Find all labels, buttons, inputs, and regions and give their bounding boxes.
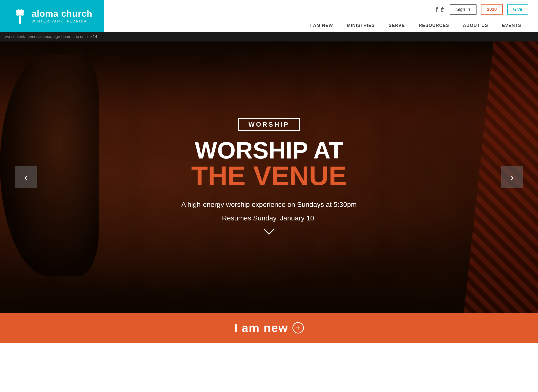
error-on-line: on line bbox=[80, 35, 93, 39]
logo-area: aloma church WINTER PARK, FLORIDA bbox=[0, 0, 104, 32]
give-button[interactable]: Give bbox=[507, 4, 528, 15]
error-bar: wp-content/themes/aloma/page-home.php on… bbox=[0, 32, 538, 41]
svg-point-6 bbox=[19, 15, 20, 16]
nav-item-resources[interactable]: RESOURCES bbox=[412, 23, 456, 28]
logo-name: aloma church bbox=[32, 9, 92, 19]
hero-description-line2: Resumes Sunday, January 10. bbox=[181, 213, 357, 224]
hero-title-line1: WORSHIP AT bbox=[181, 138, 357, 162]
hero-chevron-icon bbox=[181, 228, 357, 236]
hero-title-line2: THE VENUE bbox=[181, 162, 357, 189]
svg-point-7 bbox=[20, 15, 21, 17]
nav-item-serve[interactable]: SERVE bbox=[382, 23, 412, 28]
cta-bar[interactable]: I am new + bbox=[0, 313, 538, 343]
next-arrow-icon: › bbox=[510, 171, 514, 183]
hero-mic-area bbox=[365, 91, 489, 239]
palm-tree-icon bbox=[11, 7, 29, 25]
logo-subtitle: WINTER PARK, FLORIDA bbox=[32, 19, 92, 23]
hero-description-line1: A high-energy worship experience on Sund… bbox=[181, 199, 357, 210]
year-button[interactable]: 2020 bbox=[481, 4, 503, 15]
worship-label-box: WORSHIP bbox=[238, 118, 300, 131]
hero-section: ‹ WORSHIP WORSHIP AT THE VENUE A high-en… bbox=[0, 41, 538, 313]
error-path: wp-content/themes/aloma/page-home.php bbox=[5, 35, 79, 39]
cta-label: I am new bbox=[234, 321, 288, 335]
facebook-icon[interactable]: f bbox=[436, 6, 438, 13]
hero-next-button[interactable]: › bbox=[501, 166, 523, 188]
svg-rect-0 bbox=[19, 16, 21, 24]
social-icons:  f 𝕥 bbox=[436, 6, 443, 13]
signin-button[interactable]: Sign In bbox=[450, 4, 476, 15]
hero-person-silhouette bbox=[0, 54, 99, 276]
hero-prev-button[interactable]: ‹ bbox=[15, 166, 37, 188]
header-right:  f 𝕥 Sign In 2020 Give I AM NEW MINISTR… bbox=[104, 0, 538, 32]
prev-arrow-icon: ‹ bbox=[24, 171, 28, 183]
site-header: aloma church WINTER PARK, FLORIDA  f 𝕥 … bbox=[0, 0, 538, 32]
header-top:  f 𝕥 Sign In 2020 Give bbox=[104, 0, 538, 15]
hero-content: WORSHIP WORSHIP AT THE VENUE A high-ener… bbox=[181, 118, 357, 236]
logo-text: aloma church WINTER PARK, FLORIDA bbox=[32, 9, 92, 23]
cta-circle-icon: + bbox=[292, 322, 304, 333]
nav-item-about-us[interactable]: ABOUT US bbox=[456, 23, 495, 28]
nav-item-events[interactable]: EVENTS bbox=[495, 23, 528, 28]
error-line-number: 14 bbox=[93, 35, 97, 39]
nav-item-ministries[interactable]: MINISTRIES bbox=[340, 23, 382, 28]
main-nav: I AM NEW MINISTRIES SERVE RESOURCES ABOU… bbox=[104, 23, 538, 32]
nav-item-i-am-new[interactable]: I AM NEW bbox=[303, 23, 340, 28]
twitter-icon[interactable]: 𝕥 bbox=[440, 6, 443, 13]
